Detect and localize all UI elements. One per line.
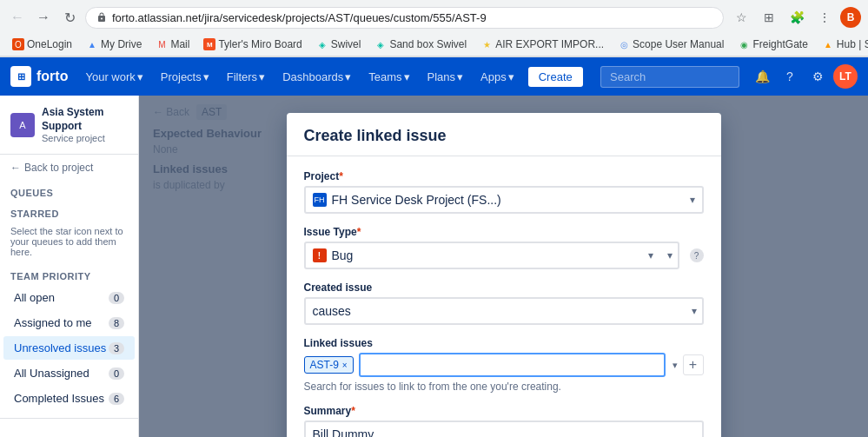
linked-issue-search-input[interactable] (359, 353, 666, 377)
issue-type-label: Issue Type* (304, 226, 704, 238)
bookmark-scopeuser[interactable]: ◎ Scope User Manual (613, 36, 729, 52)
bookmark-hub[interactable]: ▲ Hub | Signavio (817, 36, 868, 52)
issue-type-select-wrapper: ! Bug ▾ (304, 242, 679, 269)
chevron-down-icon: ▾ (404, 70, 410, 83)
your-work-button[interactable]: Your work ▾ (78, 67, 149, 87)
app-container: ⊞ forto Your work ▾ Projects ▾ Filters ▾… (0, 57, 868, 437)
apps-button[interactable]: Apps ▾ (474, 67, 521, 87)
onelogin-icon: O (12, 38, 24, 50)
user-avatar[interactable]: LT (833, 64, 858, 89)
created-issue-label: Created issue (304, 281, 704, 294)
create-linked-issue-modal: Create linked issue Project* FH FH Servi… (287, 113, 721, 437)
mail-icon: M (156, 38, 168, 50)
chevron-down-icon: ▾ (259, 70, 265, 83)
project-icon: A (10, 113, 35, 137)
back-button[interactable]: ← (7, 7, 28, 28)
starred-section-label: STARRED (0, 202, 138, 222)
hub-icon: ▲ (822, 38, 834, 50)
sidebar-item-unresolved[interactable]: Unresolved issues 3 (3, 336, 135, 360)
filters-button[interactable]: Filters ▾ (220, 67, 272, 87)
project-info: Asia System Support Service project (42, 106, 128, 143)
summary-input[interactable] (304, 420, 704, 437)
miro-icon: M (203, 38, 215, 50)
linked-issue-tag-ast9: AST-9 × (304, 356, 354, 374)
scopeuser-icon: ◎ (618, 38, 630, 50)
created-issue-select[interactable]: causes (304, 297, 704, 325)
notifications-button[interactable]: 🔔 (750, 64, 774, 89)
sidebar-footer: ⚙ Manage queues 💬 Give feedback You're i… (0, 426, 138, 437)
project-chevron-icon: ▾ (690, 194, 695, 206)
sidebar-divider (0, 418, 138, 419)
bookmarks-bar: O OneLogin ▲ My Drive M Mail M Tyler's M… (0, 35, 868, 56)
projects-button[interactable]: Projects ▾ (154, 67, 216, 87)
extensions-puzzle-button[interactable]: 🧩 (785, 5, 809, 30)
bookmark-miro[interactable]: M Tyler's Miro Board (198, 36, 307, 52)
remove-linked-issue-button[interactable]: × (342, 361, 348, 370)
bookmark-airexport[interactable]: ★ AIR EXPORT IMPOR... (475, 36, 609, 52)
manage-queues-button[interactable]: ⚙ Manage queues (7, 433, 131, 437)
drive-icon: ▲ (86, 38, 98, 50)
top-nav: ⊞ forto Your work ▾ Projects ▾ Filters ▾… (0, 57, 868, 96)
extension-button[interactable]: ⊞ (757, 5, 781, 30)
chevron-down-icon: ▾ (457, 70, 463, 83)
sidebar-item-completed[interactable]: Completed Issues 6 (3, 387, 135, 410)
issue-type-select[interactable]: ! Bug ▾ (304, 242, 679, 269)
create-button[interactable]: Create (528, 67, 583, 87)
issue-type-chevron: ▾ (648, 249, 653, 262)
modal-body: Project* FH FH Service Desk Project (FS.… (287, 156, 721, 437)
address-bar[interactable]: forto.atlassian.net/jira/servicedesk/pro… (85, 7, 724, 29)
issue-type-field-group: Issue Type* ! Bug ▾ ? (304, 226, 704, 269)
add-linked-issue-button[interactable]: + (683, 354, 704, 375)
summary-label: Summary* (304, 405, 704, 417)
bookmark-mydrive[interactable]: ▲ My Drive (81, 36, 147, 52)
forward-button[interactable]: → (33, 7, 54, 28)
search-input[interactable] (600, 66, 739, 88)
help-icon[interactable]: ? (690, 248, 704, 262)
team-priority-label: TEAM PRIORITY (0, 264, 138, 285)
address-text: forto.atlassian.net/jira/servicedesk/pro… (112, 11, 712, 24)
bookmark-swivel[interactable]: ◈ Swivel (311, 36, 367, 52)
modal-title: Create linked issue (304, 127, 704, 145)
sidebar-item-all-unassigned[interactable]: All Unassigned 0 (3, 361, 135, 385)
starred-hint: Select the star icon next to your queues… (0, 222, 138, 264)
browser-toolbar: ← → ↻ forto.atlassian.net/jira/servicede… (0, 0, 868, 35)
issue-type-row: ! Bug ▾ ? (304, 242, 704, 269)
nav-logo: ⊞ forto (10, 66, 68, 87)
sidebar: A Asia System Support Service project ← … (0, 96, 139, 437)
created-issue-field-group: Created issue causes (304, 281, 704, 325)
bookmark-star-button[interactable]: ☆ (729, 5, 753, 30)
project-label: Project* (304, 170, 704, 182)
project-select[interactable]: FH FH Service Desk Project (FS...) ▾ (304, 186, 704, 214)
link-hint: Search for issues to link to from the on… (304, 381, 704, 393)
profile-button[interactable]: B (840, 7, 861, 28)
modal-backdrop[interactable]: Create linked issue Project* FH FH Servi… (139, 96, 868, 437)
linked-issues-row: AST-9 × ▾ + (304, 353, 704, 377)
linked-issues-field-group: Linked issues AST-9 × ▾ + Search for (304, 337, 704, 393)
settings-button[interactable]: ⚙ (805, 64, 830, 89)
chevron-down-icon: ▾ (203, 70, 209, 83)
bookmark-freightgate[interactable]: ◉ FreightGate (732, 36, 812, 52)
sidebar-item-assigned-to-me[interactable]: Assigned to me 8 (3, 311, 135, 334)
linked-issues-label: Linked issues (304, 337, 704, 349)
project-field-group: Project* FH FH Service Desk Project (FS.… (304, 170, 704, 214)
main-layout: A Asia System Support Service project ← … (0, 96, 868, 437)
refresh-button[interactable]: ↻ (59, 7, 80, 28)
plans-button[interactable]: Plans ▾ (421, 67, 471, 87)
lock-icon (96, 12, 107, 23)
help-button[interactable]: ? (778, 64, 802, 89)
chevron-down-icon: ▾ (345, 70, 351, 83)
bookmark-mail[interactable]: M Mail (150, 36, 195, 52)
sidebar-item-all-open[interactable]: All open 0 (3, 286, 135, 309)
bookmark-onelogin[interactable]: O OneLogin (7, 36, 77, 52)
created-issue-select-wrapper: causes (304, 297, 704, 325)
nav-logo-icon: ⊞ (10, 66, 31, 87)
content-area: ← Back AST Expected Behaviour None Linke… (139, 96, 868, 437)
project-select-icon: FH (313, 193, 327, 207)
browser-icons: ☆ ⊞ 🧩 ⋮ B (729, 5, 861, 30)
teams-button[interactable]: Teams ▾ (361, 67, 416, 87)
bookmark-sandbox[interactable]: ◈ Sand box Swivel (369, 36, 472, 52)
browser-menu-button[interactable]: ⋮ (812, 5, 837, 30)
back-to-project[interactable]: ← Back to project (0, 155, 138, 181)
summary-field-group: Summary* (304, 405, 704, 437)
dashboards-button[interactable]: Dashboards ▾ (275, 67, 358, 87)
